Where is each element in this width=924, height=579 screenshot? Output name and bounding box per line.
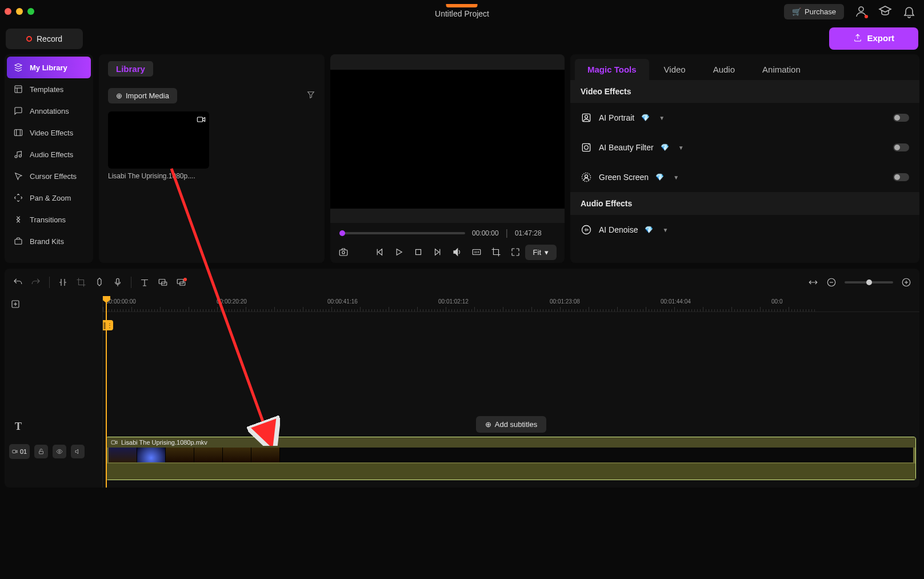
chevron-down-icon: ▼: [678, 145, 684, 151]
svg-point-20: [582, 173, 591, 182]
record-tool-icon[interactable]: [176, 277, 186, 287]
fullscreen-icon[interactable]: [510, 247, 521, 257]
volume-icon[interactable]: [452, 247, 462, 257]
effect-ai-denoise[interactable]: AI Denoise 💎▼: [570, 215, 919, 245]
effect-ai-beauty[interactable]: AI Beauty Filter 💎▼: [570, 133, 919, 162]
track-number[interactable]: 01: [9, 444, 30, 459]
sidebar-item-my-library[interactable]: My Library: [7, 57, 91, 78]
sidebar-item-transitions[interactable]: Transitions: [7, 209, 91, 230]
window-maximize[interactable]: [27, 8, 34, 15]
undo-icon[interactable]: [13, 277, 23, 287]
redo-icon[interactable]: [31, 277, 41, 287]
play-icon[interactable]: [394, 247, 404, 257]
add-track-icon[interactable]: [10, 299, 21, 309]
portrait-icon: [581, 112, 592, 123]
screenshot-icon[interactable]: [338, 247, 349, 257]
split-icon[interactable]: [58, 277, 68, 287]
marker-icon[interactable]: [94, 277, 105, 287]
sidebar-item-pan-zoom[interactable]: Pan & Zoom: [7, 187, 91, 209]
aspect-ratio-icon[interactable]: 16:9: [471, 247, 482, 257]
cart-icon: 🛒: [792, 7, 801, 16]
mute-track-icon[interactable]: [71, 445, 85, 458]
zoom-in-icon[interactable]: [901, 277, 911, 287]
sidebar-label: Transitions: [30, 215, 66, 224]
visibility-icon[interactable]: [53, 445, 66, 458]
portrait-toggle[interactable]: [893, 114, 909, 122]
fit-timeline-icon[interactable]: [808, 277, 818, 287]
tutorial-icon[interactable]: [878, 5, 892, 18]
sidebar-item-audio-effects[interactable]: Audio Effects: [7, 143, 91, 165]
effect-ai-portrait[interactable]: AI Portrait 💎▼: [570, 103, 919, 133]
tab-animation[interactable]: Animation: [750, 59, 813, 80]
purchase-button[interactable]: 🛒 Purchase: [784, 4, 844, 19]
sidebar-label: Cursor Effects: [30, 172, 77, 181]
ruler-mark: 00:0: [771, 298, 782, 305]
effect-green-screen[interactable]: Green Screen 💎▼: [570, 162, 919, 192]
text-track-icon[interactable]: T: [15, 421, 22, 432]
section-audio-effects: Audio Effects: [570, 192, 919, 215]
green-screen-icon: [581, 171, 592, 183]
gem-icon: 💎: [661, 143, 669, 151]
fit-dropdown[interactable]: Fit ▾: [525, 245, 557, 260]
video-clip[interactable]: Lisabi The Uprising.1080p.mkv: [106, 437, 916, 480]
timeline-ruler[interactable]: 00:00:00:00 00:00:20:20 00:00:41:16 00:0…: [103, 296, 919, 312]
window-close[interactable]: [5, 8, 11, 15]
svg-point-22: [582, 226, 591, 234]
zoom-slider[interactable]: [845, 281, 893, 283]
stop-icon[interactable]: [413, 247, 423, 257]
effect-label: AI Beauty Filter: [599, 143, 654, 152]
next-frame-icon[interactable]: [433, 247, 443, 257]
tab-video[interactable]: Video: [651, 59, 698, 80]
green-toggle[interactable]: [893, 173, 909, 181]
media-item[interactable]: Lisabi The Uprising.1080p....: [108, 111, 209, 180]
effect-label: AI Portrait: [599, 113, 634, 122]
gem-icon: 💎: [641, 114, 650, 122]
sidebar-item-brand-kits[interactable]: Brand Kits: [7, 230, 91, 252]
tab-magic-tools[interactable]: Magic Tools: [575, 59, 649, 80]
text-tool-icon[interactable]: [139, 277, 150, 287]
sidebar-label: Templates: [30, 85, 63, 94]
plus-icon: ⊕: [116, 91, 122, 100]
sidebar: My Library Templates Annotations Video E…: [5, 54, 93, 263]
svg-rect-4: [14, 130, 22, 136]
sidebar-label: Pan & Zoom: [30, 194, 71, 202]
account-icon[interactable]: [854, 5, 868, 18]
library-panel: Library ⊕ Import Media Lisabi The Uprisi…: [99, 54, 325, 263]
lock-track-icon[interactable]: [34, 445, 48, 458]
svg-rect-11: [339, 250, 347, 255]
callout-icon[interactable]: [158, 277, 168, 287]
zoom-out-icon[interactable]: [826, 277, 837, 287]
add-subtitles-button[interactable]: ⊕ Add subtitles: [476, 416, 546, 433]
beauty-toggle[interactable]: [893, 143, 909, 151]
voiceover-icon[interactable]: [113, 277, 123, 287]
crop-icon[interactable]: [491, 247, 501, 257]
export-label: Export: [867, 33, 894, 44]
svg-rect-24: [159, 279, 165, 284]
notifications-icon[interactable]: [902, 5, 916, 18]
svg-rect-37: [39, 452, 43, 454]
import-label: Import Media: [126, 91, 169, 100]
scrub-slider[interactable]: [339, 232, 465, 234]
tab-audio[interactable]: Audio: [701, 59, 747, 80]
timeline-tracks[interactable]: 00:00:00:00 00:00:20:20 00:00:41:16 00:0…: [103, 296, 919, 488]
import-media-button[interactable]: ⊕ Import Media: [108, 88, 177, 103]
sidebar-item-video-effects[interactable]: Video Effects: [7, 122, 91, 143]
split-indicator[interactable]: ⋮║⋮: [103, 320, 113, 330]
svg-point-12: [342, 251, 345, 254]
sidebar-item-templates[interactable]: Templates: [7, 78, 91, 100]
crop-tool-icon[interactable]: [76, 277, 86, 287]
filter-icon[interactable]: [306, 90, 315, 102]
chevron-down-icon: ▼: [662, 227, 668, 233]
window-minimize[interactable]: [16, 8, 23, 15]
sidebar-item-annotations[interactable]: Annotations: [7, 100, 91, 122]
sidebar-item-cursor-effects[interactable]: Cursor Effects: [7, 165, 91, 187]
preview-canvas[interactable]: [330, 70, 565, 209]
video-type-icon: [197, 115, 206, 124]
library-tab[interactable]: Library: [108, 61, 153, 77]
export-button[interactable]: Export: [829, 27, 918, 50]
record-button[interactable]: Record: [6, 29, 83, 49]
denoise-icon: [581, 224, 592, 235]
prev-frame-icon[interactable]: [374, 247, 385, 257]
ruler-mark: 00:01:23:08: [550, 298, 580, 305]
record-dot-icon: [26, 36, 32, 42]
